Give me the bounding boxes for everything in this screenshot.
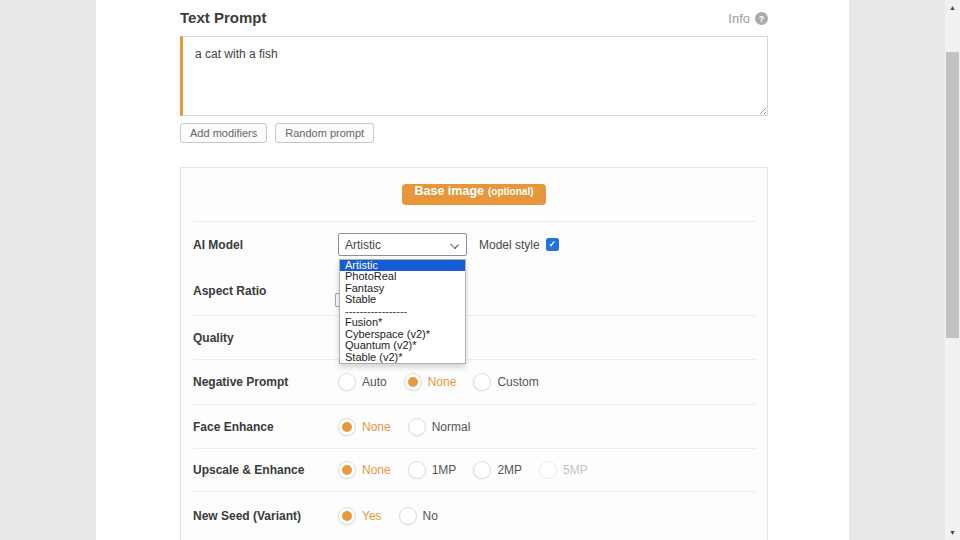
checkmark-icon: ✓: [548, 240, 556, 249]
base-image-button[interactable]: Base image (optional): [402, 184, 545, 205]
radio-dot-icon: [412, 422, 422, 432]
info-link[interactable]: Info ?: [728, 11, 768, 26]
radio-icon: [473, 461, 491, 479]
settings-panel: Base image (optional) AI Model Artistic …: [180, 167, 768, 540]
radio-icon: [408, 418, 426, 436]
model-style-checkbox[interactable]: ✓: [546, 238, 559, 251]
dropdown-option-stable[interactable]: Stable: [340, 294, 465, 305]
dropdown-option-photoreal[interactable]: PhotoReal: [340, 271, 465, 282]
radio-icon: [473, 373, 491, 391]
radio-new-seed-variant-yes[interactable]: Yes: [338, 507, 382, 525]
row-label: Aspect Ratio: [193, 284, 338, 298]
ai-model-controls: Artistic Model style ✓: [338, 233, 559, 256]
row-controls: YesNo: [338, 507, 455, 525]
radio-dot-icon: [342, 511, 352, 521]
row-controls: AutoNoneCustom: [338, 373, 556, 391]
row-label: Quality: [193, 331, 338, 345]
dropdown-option-stable-v2[interactable]: Stable (v2)*: [340, 352, 465, 363]
add-modifiers-button[interactable]: Add modifiers: [180, 123, 267, 143]
help-icon[interactable]: ?: [755, 12, 768, 25]
radio-upscale-enhance-5mp: 5MP: [539, 461, 588, 479]
radio-dot-icon: [342, 465, 352, 475]
radio-label: Yes: [362, 509, 382, 523]
radio-icon: [338, 461, 356, 479]
chevron-down-icon: [450, 240, 459, 249]
dropdown-option-fusion[interactable]: Fusion*: [340, 317, 465, 328]
row-label: New Seed (Variant): [193, 509, 338, 523]
radio-icon: [408, 461, 426, 479]
setting-row-ai-model: AI Model Artistic Model style ✓: [181, 222, 767, 267]
radio-new-seed-variant-no[interactable]: No: [399, 507, 438, 525]
radio-dot-icon: [403, 511, 413, 521]
radio-dot-icon: [412, 465, 422, 475]
setting-row-negative-prompt: Negative PromptAutoNoneCustom: [181, 360, 767, 404]
base-image-optional-label: (optional): [488, 186, 534, 197]
radio-upscale-enhance-none[interactable]: None: [338, 461, 391, 479]
radio-icon: [338, 507, 356, 525]
ai-model-select-value: Artistic: [345, 238, 381, 252]
dropdown-option-fantasy[interactable]: Fantasy: [340, 283, 465, 294]
base-image-label: Base image: [414, 184, 483, 198]
radio-label: No: [423, 509, 438, 523]
radio-dot-icon: [342, 377, 352, 387]
page-title: Text Prompt: [180, 9, 266, 26]
radio-negative-prompt-none[interactable]: None: [404, 373, 457, 391]
radio-label: 1MP: [432, 463, 457, 477]
dropdown-option-cyberspace-v2[interactable]: Cyberspace (v2)*: [340, 329, 465, 340]
radio-dot-icon: [477, 465, 487, 475]
setting-row-new-seed-variant: New Seed (Variant)YesNo: [181, 492, 767, 540]
info-label: Info: [728, 11, 750, 26]
row-label: AI Model: [193, 238, 338, 252]
radio-label: None: [428, 375, 457, 389]
ai-model-select[interactable]: Artistic: [338, 233, 467, 256]
radio-dot-icon: [477, 377, 487, 387]
scrollbar[interactable]: ▲ ▼: [945, 0, 960, 540]
setting-row-face-enhance: Face EnhanceNoneNormal: [181, 405, 767, 448]
row-label: Upscale & Enhance: [193, 463, 338, 477]
radio-icon: [399, 507, 417, 525]
radio-label: 2MP: [497, 463, 522, 477]
prompt-button-row: Add modifiers Random prompt: [180, 123, 374, 143]
prompt-textarea[interactable]: a cat with a fish: [180, 36, 768, 116]
scroll-down-arrow[interactable]: ▼: [945, 525, 960, 540]
radio-icon: [338, 373, 356, 391]
radio-label: Auto: [362, 375, 387, 389]
radio-face-enhance-normal[interactable]: Normal: [408, 418, 471, 436]
dropdown-option-quantum-v2[interactable]: Quantum (v2)*: [340, 340, 465, 351]
radio-label: Normal: [432, 420, 471, 434]
random-prompt-button[interactable]: Random prompt: [275, 123, 374, 143]
radio-dot-icon: [408, 377, 418, 387]
row-controls: NoneNormal: [338, 418, 487, 436]
row-controls: None1MP2MP5MP: [338, 461, 605, 479]
radio-upscale-enhance-2mp[interactable]: 2MP: [473, 461, 522, 479]
scrollbar-thumb[interactable]: [946, 52, 959, 338]
setting-row-upscale-enhance: Upscale & EnhanceNone1MP2MP5MP: [181, 449, 767, 491]
radio-icon: [338, 418, 356, 436]
scroll-up-arrow[interactable]: ▲: [945, 0, 960, 15]
content-column: Text Prompt Info ? a cat with a fish Add…: [96, 0, 849, 540]
radio-negative-prompt-custom[interactable]: Custom: [473, 373, 538, 391]
radio-upscale-enhance-1mp[interactable]: 1MP: [408, 461, 457, 479]
dropdown-separator: -----------------: [340, 306, 465, 317]
page: Text Prompt Info ? a cat with a fish Add…: [0, 0, 960, 540]
model-style-label: Model style: [479, 238, 540, 252]
radio-label: 5MP: [563, 463, 588, 477]
radio-label: None: [362, 463, 391, 477]
dropdown-option-artistic[interactable]: Artistic: [340, 260, 465, 271]
prompt-textarea-wrap: a cat with a fish: [180, 36, 768, 116]
radio-icon: [539, 461, 557, 479]
radio-dot-icon: [342, 422, 352, 432]
radio-icon: [404, 373, 422, 391]
ai-model-dropdown: ArtisticPhotoRealFantasyStable----------…: [339, 259, 466, 364]
row-label: Face Enhance: [193, 420, 338, 434]
radio-label: None: [362, 420, 391, 434]
setting-row-quality: Quality: [181, 316, 767, 359]
setting-row-aspect-ratio: Aspect Ratio: [181, 267, 767, 315]
row-label: Negative Prompt: [193, 375, 338, 389]
radio-label: Custom: [497, 375, 538, 389]
radio-negative-prompt-auto[interactable]: Auto: [338, 373, 387, 391]
radio-face-enhance-none[interactable]: None: [338, 418, 391, 436]
base-image-section: Base image (optional): [181, 168, 767, 221]
radio-dot-icon: [543, 465, 553, 475]
